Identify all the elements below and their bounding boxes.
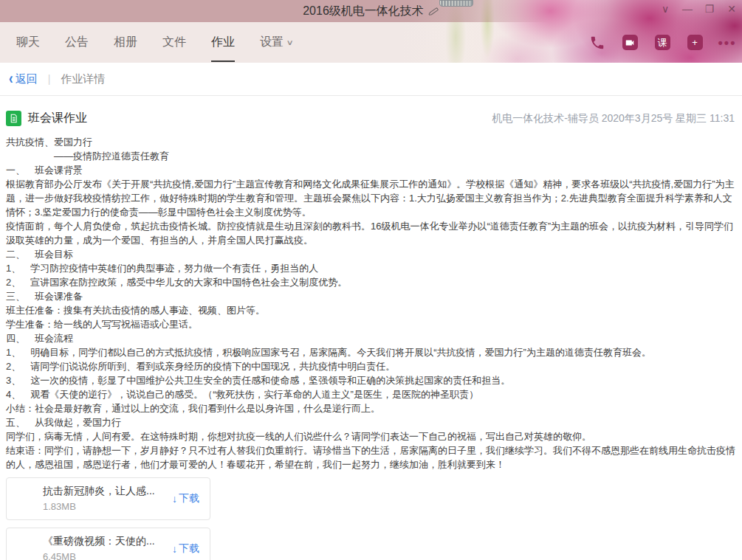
nav-action-icons: 课 + •••: [588, 22, 736, 63]
download-arrow-icon: ↓: [172, 543, 177, 555]
body-line: 班主任准备：搜集有关抗击疫情的感人事迹、视频、图片等。: [6, 303, 736, 317]
group-header: 2016级机电一体化技术 ∨ — ❐ ✕ 聊天 公告 相册 文件 作业 设置: [0, 0, 742, 63]
edit-title-icon[interactable]: [427, 4, 440, 17]
breadcrumb: ‹ 返回 | 作业详情: [0, 63, 742, 96]
body-line: 五、 从我做起，爱国力行: [6, 415, 736, 429]
attachment-size: 6.45MB: [43, 551, 76, 560]
download-arrow-icon: ↓: [172, 493, 177, 505]
video-call-button[interactable]: [621, 34, 639, 52]
add-app-button[interactable]: +: [686, 34, 704, 52]
group-title-row: 2016级机电一体化技术: [0, 0, 742, 22]
body-line: 二、 班会目标: [6, 247, 736, 261]
body-line: 小结：社会是最好教育，通过以上的交流，我们看到什么是以身许国，什么是逆行而上。: [6, 401, 736, 415]
body-line: 1、 学习防控疫情中英雄们的典型事迹，努力做一个有责任，勇担当的人: [6, 261, 736, 275]
close-button[interactable]: ✕: [726, 3, 738, 15]
homework-author-timestamp: 机电一体化技术-辅导员 2020年3月25号 星期三 11:31: [492, 112, 736, 125]
tab-settings[interactable]: 设置 ∨: [260, 22, 292, 63]
attachment-list: 抗击新冠肺炎，让人感... 1.83MB ↓ 下载 《重磅微视频：天使的... …: [6, 477, 736, 560]
body-line: 一、 班会课背景: [6, 163, 736, 177]
body-line: 3、 这一次的疫情，彰显了中国维护公共卫生安全的责任感和使命感，坚强领导和正确的…: [6, 373, 736, 387]
body-line: ——疫情防控道德责任教育: [6, 149, 736, 163]
group-title: 2016级机电一体化技术: [303, 4, 424, 19]
body-line: 同学们，病毒无情，人间有爱。在这特殊时期，你想对抗疫一线的人们说些什么？请同学们…: [6, 429, 736, 443]
body-line: 2、 宣讲国家在防控政策，感受中华儿女的大家和中国特色社会主义制度优势。: [6, 275, 736, 289]
attachment-name: 抗击新冠肺炎，让人感...: [43, 485, 176, 498]
body-line: 结束语：同学们，请静想一下，岁月静好？只不过有人替我们负重前行。请珍惜当下的生活…: [6, 443, 736, 471]
body-line: 四、 班会流程: [6, 331, 736, 345]
attachment-size: 1.83MB: [43, 501, 76, 512]
body-line: 共抗疫情、爱国力行: [6, 135, 736, 149]
homework-body: 共抗疫情、爱国力行 ——疫情防控道德责任教育 一、 班会课背景 根据教育部办公厅…: [6, 135, 736, 471]
document-icon: [6, 111, 21, 126]
body-line: 2、 请同学们说说你所听到、看到或亲身经历的疫情下的中国现况，共抗疫情中明白责任…: [6, 359, 736, 373]
class-course-button[interactable]: 课: [653, 34, 671, 52]
tab-album[interactable]: 相册: [114, 22, 137, 63]
attachment-name: 《重磅微视频：天使的...: [43, 535, 176, 548]
body-line: 根据教育部办公厅发布《关于开展“共抗疫情,爱国力行”主题宣传教育和网络文化成果征…: [6, 177, 736, 219]
body-line: 疫情面前，每个人肩负使命，筑起抗击疫情长城。防控疫情就是生动且深刻的教科书。16…: [6, 219, 736, 247]
page-title: 作业详情: [61, 72, 105, 86]
nav-tabs: 聊天 公告 相册 文件 作业 设置 ∨: [0, 22, 305, 63]
attachment-card[interactable]: 抗击新冠肺炎，让人感... 1.83MB ↓ 下载: [6, 477, 210, 520]
body-line: 1、 明确目标，同学们都以自己的方式抵抗疫情，积极响应国家号召，居家隔离。今天我…: [6, 345, 736, 359]
body-line: 三、 班会课准备: [6, 289, 736, 303]
download-button[interactable]: ↓ 下载: [172, 542, 199, 556]
homework-title-row: 班会课作业 机电一体化技术-辅导员 2020年3月25号 星期三 11:31: [6, 111, 736, 126]
chevron-down-icon: ∨: [286, 38, 294, 46]
back-label: 返回: [16, 72, 38, 86]
more-button[interactable]: •••: [718, 34, 736, 52]
body-line: 4、 观看《天使的逆行》，说说自己的感受。（“救死扶伤，实行革命的人道主义”是医…: [6, 387, 736, 401]
back-button[interactable]: ‹ 返回: [9, 72, 38, 86]
tab-chat[interactable]: 聊天: [16, 22, 40, 63]
window-titlebar: 2016级机电一体化技术 ∨ — ❐ ✕: [0, 0, 742, 22]
minimize-button[interactable]: —: [681, 3, 693, 15]
plus-bubble-icon: +: [687, 35, 703, 50]
window-controls: ∨ — ❐ ✕: [659, 3, 738, 15]
tab-files[interactable]: 文件: [162, 22, 186, 63]
group-homework-window: 2016级机电一体化技术 ∨ — ❐ ✕ 聊天 公告 相册 文件 作业 设置: [0, 0, 742, 560]
download-label: 下载: [179, 542, 199, 556]
course-badge-icon: 课: [655, 35, 670, 50]
download-label: 下载: [179, 492, 199, 505]
download-button[interactable]: ↓ 下载: [172, 492, 199, 505]
attachment-card[interactable]: 《重磅微视频：天使的... 6.45MB ↓ 下载: [6, 528, 210, 560]
homework-title: 班会课作业: [28, 111, 87, 126]
chevron-left-icon: ‹: [9, 71, 13, 86]
tab-homework[interactable]: 作业: [211, 22, 235, 63]
tab-announcements[interactable]: 公告: [65, 22, 89, 63]
chevron-down-icon[interactable]: ∨: [659, 3, 671, 15]
ellipsis-icon: •••: [718, 40, 737, 46]
video-camera-icon: [622, 35, 638, 50]
breadcrumb-divider: |: [48, 73, 51, 85]
voice-call-button[interactable]: [588, 34, 606, 52]
homework-detail: 班会课作业 机电一体化技术-辅导员 2020年3月25号 星期三 11:31 共…: [0, 96, 742, 560]
body-line: 学生准备：给一线的人写写祝福语或心里话。: [6, 317, 736, 331]
maximize-button[interactable]: ❐: [704, 3, 715, 15]
phone-icon: [589, 35, 605, 51]
